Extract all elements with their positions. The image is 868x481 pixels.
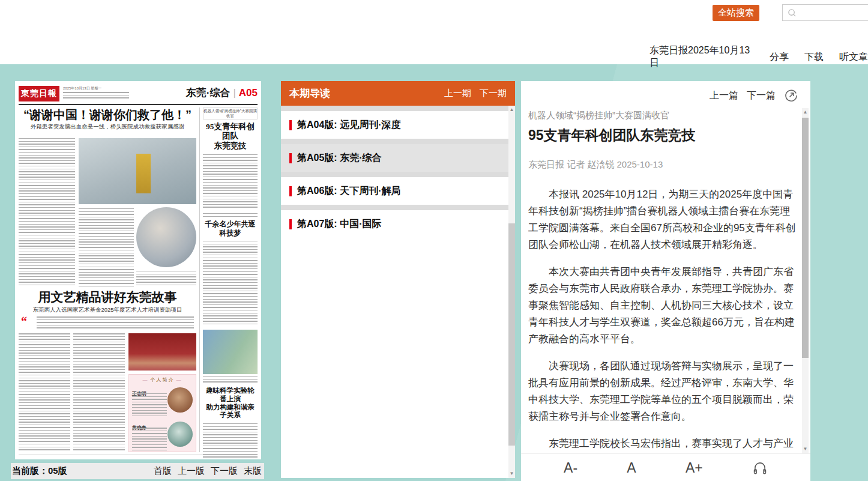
profile-photo: [167, 387, 193, 413]
issue-meta-row: 东莞日报2025年10月13日 分享 下载 听文章: [649, 44, 868, 70]
page-section-label: 东莞·综合|A05: [186, 87, 258, 99]
profile-box: 个人简介 王志明 黄晓青: [128, 374, 196, 452]
search-icon: [788, 8, 797, 17]
toc-separator: [281, 139, 508, 144]
toc-list: 凝聚精神力量 谱写发展新篇 全域文明迎全运 洁净城市焕新颜 第A04版: 远见周…: [281, 106, 508, 238]
article-byline: 东莞日报 记者 赵浛锐 2025-10-13: [528, 159, 800, 171]
toc-scrollbar[interactable]: ▲ ▼: [508, 106, 515, 478]
toc-section-header[interactable]: 第A04版: 远见周刊·深度: [281, 111, 508, 139]
prev-page-link[interactable]: 上一版: [178, 465, 205, 477]
app: 全站搜索 东莞日报2025年10月13日 分享 下载 听文章 東莞日報 2025…: [0, 0, 868, 481]
newspaper-text-lines: [203, 154, 258, 210]
site-search-button[interactable]: 全站搜索: [713, 5, 759, 21]
newspaper-headline-2: 用文艺精品讲好东莞故事: [19, 290, 196, 305]
page-navigation-bar: 当前版：05版 首版 上一版 下一版 末版: [11, 463, 264, 479]
red-bar-icon: [289, 186, 292, 196]
newspaper-text-lines: [203, 241, 258, 325]
font-larger-button[interactable]: A+: [686, 460, 703, 476]
toc-separator: [281, 106, 508, 111]
next-page-link[interactable]: 下一版: [211, 465, 238, 477]
profile-photo: [167, 422, 193, 447]
prev-article-link[interactable]: 上一篇: [710, 89, 738, 102]
side-headline-3: 趣味科学实验轮番上演 助力构建和谐亲子关系: [203, 387, 258, 420]
scroll-down-icon[interactable]: ▼: [508, 470, 515, 477]
side-kicker: 机器人领域“揭榜挂帅”大赛圆满收官: [203, 107, 258, 119]
prev-issue-link[interactable]: 上一期: [444, 88, 471, 99]
open-share-icon[interactable]: [784, 88, 798, 103]
red-bar-icon: [289, 153, 292, 163]
newspaper-text-column: [19, 333, 70, 452]
article-title: 95支青年科创团队东莞竞技: [528, 126, 800, 145]
headphones-icon[interactable]: [752, 460, 768, 476]
search-box[interactable]: [782, 4, 868, 21]
article-panel: 上一篇 下一篇 机器人领域“揭榜挂帅”大赛圆满收官 95支青年科创团队东莞竞技 …: [521, 81, 810, 481]
article-scrollbar[interactable]: ▲ ▼: [802, 108, 809, 453]
pennant-banner: [136, 154, 151, 193]
toc-panel: 本期导读 上一期 下一期 凝聚精神力量 谱写发展新篇 全域文明迎全运 洁净城市焕…: [281, 81, 515, 478]
profile-entry: 黄晓青: [132, 420, 193, 452]
toc-title: 本期导读: [289, 86, 330, 100]
masthead-meta-lines: [63, 92, 129, 100]
lead-text-lines: [37, 316, 194, 328]
masthead-meta: 2025年10月13日 星期一: [63, 86, 135, 100]
students-robotics-photo: [203, 330, 258, 374]
photo-caption-lines: [136, 271, 196, 286]
profile-text-lines: [132, 393, 167, 416]
newspaper-subhead-2: 东莞两人入选国家艺术基金2025年度艺术人才培训资助项目: [19, 306, 196, 313]
toc-header: 本期导读 上一期 下一期: [281, 81, 515, 106]
quote-icon: “: [21, 314, 27, 328]
newspaper-text-column: [19, 138, 75, 287]
article-toolbar: A- A A+: [521, 453, 810, 481]
newspaper-kicker-lines: [203, 213, 258, 217]
next-issue-link[interactable]: 下一期: [480, 88, 507, 99]
current-page-label: 当前版：05版: [12, 465, 67, 477]
scroll-down-icon[interactable]: ▼: [802, 446, 809, 453]
newspaper-page-image[interactable]: 東莞日報 2025年10月13日 星期一 东莞·综合|A05 “谢谢中国！谢谢你…: [15, 81, 261, 459]
patient-circle-photo: [136, 207, 196, 267]
toc-section-header[interactable]: 第A07版: 中国·国际: [281, 210, 508, 238]
font-smaller-button[interactable]: A-: [564, 460, 577, 476]
article-kicker: 机器人领域“揭榜挂帅”大赛圆满收官: [528, 110, 800, 121]
download-link[interactable]: 下载: [804, 51, 824, 64]
profile-box-title: 个人简介: [132, 377, 193, 383]
photo-caption-lines: [203, 376, 258, 383]
column-divider: [199, 107, 200, 452]
scroll-up-icon[interactable]: ▲: [802, 109, 809, 116]
last-page-link[interactable]: 末版: [244, 465, 262, 477]
newspaper-masthead: 東莞日報: [19, 86, 59, 101]
profile-entry: 王志明: [132, 386, 193, 417]
content-canvas: 東莞日報 2025年10月13日 星期一 东莞·综合|A05 “谢谢中国！谢谢你…: [0, 64, 868, 481]
listen-article-link[interactable]: 听文章: [839, 51, 868, 64]
scrollbar-thumb[interactable]: [508, 223, 515, 446]
share-link[interactable]: 分享: [770, 51, 789, 64]
newspaper-text-column: [73, 333, 125, 452]
issue-date-label: 东莞日报2025年10月13日: [649, 44, 754, 70]
top-header: 全站搜索 东莞日报2025年10月13日 分享 下载 听文章: [0, 0, 868, 64]
toc-section-header-current[interactable]: 第A05版: 东莞·综合: [281, 144, 508, 172]
red-bar-icon: [289, 120, 292, 130]
article-paragraph: 决赛现场，各团队通过现场答辩与实物展示，呈现了一批具有应用前景的创新成果。经过严…: [528, 358, 800, 425]
red-bar-icon: [289, 219, 292, 229]
toc-separator: [281, 205, 508, 210]
first-page-link[interactable]: 首版: [154, 465, 172, 477]
newspaper-text-column: [79, 208, 134, 287]
article-paragraph: 本次大赛由共青团中央青年发展部指导，共青团广东省委员会与东莞市人民政府联合承办，…: [528, 264, 800, 348]
next-article-link[interactable]: 下一篇: [747, 89, 776, 102]
masthead-rule: [19, 104, 258, 105]
scroll-up-icon[interactable]: ▲: [508, 106, 515, 113]
article-paragraph: 本报讯 2025年10月12日，为期三天的2025年度中国青年科技创新“揭榜挂帅…: [528, 186, 800, 253]
page-number: A05: [239, 87, 258, 98]
page-bottom-rule: [19, 455, 258, 455]
newspaper-right-column: 机器人领域“揭榜挂帅”大赛圆满收官 95支青年科创团队 东莞竞技 千余名少年共逐…: [203, 107, 258, 453]
lead-quote-row: “: [21, 316, 196, 330]
search-input[interactable]: [797, 5, 868, 20]
toc-section-header[interactable]: 第A06版: 天下周刊·解局: [281, 177, 508, 205]
scrollbar-thumb[interactable]: [802, 118, 809, 358]
article-nav: 上一篇 下一篇: [710, 88, 798, 103]
newspaper-headline-1: “谢谢中国！谢谢你们救了他！”: [19, 107, 196, 122]
newspaper-subhead-1: 外籍患者突发脑出血命悬一线，桥头医院成功救援获家属感谢: [19, 123, 196, 130]
article-paragraph: 东莞理工学院校长马宏伟指出，赛事实现了人才与产业的“双向奔赴”，通过“企业出题、…: [528, 435, 800, 452]
hospital-group-photo: [79, 138, 196, 204]
font-normal-button[interactable]: A: [627, 460, 636, 476]
side-headline-1: 95支青年科创团队 东莞竞技: [203, 122, 258, 151]
